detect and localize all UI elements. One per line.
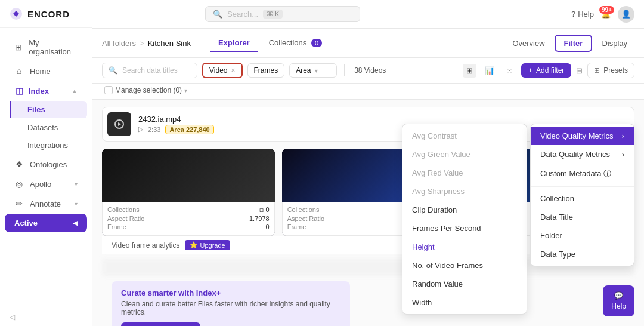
sidebar-datasets-label: Datasets <box>27 123 58 132</box>
chart-view-button[interactable]: 📊 <box>481 64 498 78</box>
sidebar-sub-index: Files Datasets Integrations <box>0 101 92 154</box>
sidebar-item-apollo[interactable]: ◎ Apollo ▾ <box>5 174 87 193</box>
dropdown-avg-green[interactable]: Avg Green Value <box>402 145 527 164</box>
search-placeholder: Search... <box>227 10 258 19</box>
collections-label-2: Collections <box>287 206 320 214</box>
sidebar-item-ontologies[interactable]: ❖ Ontologies <box>5 155 87 174</box>
dropdown-avg-contrast[interactable]: Avg Contrast <box>402 127 527 145</box>
sidebar-item-org[interactable]: ⊞ My organisation <box>5 33 87 61</box>
manage-selection-button[interactable]: Manage selection (0) ▾ <box>102 86 190 94</box>
apollo-icon: ◎ <box>14 179 24 189</box>
help-button[interactable]: ? Help <box>571 10 594 19</box>
breadcrumb: All folders > Kitchen Sink <box>102 39 191 48</box>
dropdown-data-title[interactable]: Data Title <box>531 208 634 226</box>
sidebar-item-datasets[interactable]: Datasets <box>10 119 87 136</box>
overview-button[interactable]: Overview <box>505 35 552 51</box>
dropdown-divider <box>531 186 634 187</box>
index-icon: ◫ <box>14 86 24 96</box>
toolbar-right: ⊞ 📊 ⁙ + Add filter ⊟ ⊞ Presets <box>463 63 634 78</box>
sidebar-item-active[interactable]: Active ◀ <box>5 214 87 232</box>
manage-checkbox[interactable] <box>104 86 113 94</box>
sidebar-item-index[interactable]: ◫ Index ▲ <box>5 81 87 100</box>
dropdown-fps[interactable]: Frames Per Second <box>402 219 527 238</box>
collapse-sidebar[interactable]: ◁ <box>0 308 92 326</box>
folder-label: Folder <box>540 231 562 240</box>
data-title-label: Data Title <box>540 213 573 222</box>
area-filter[interactable]: Area ▾ <box>289 63 337 78</box>
content-area: 2432.ia.mp4 ▷ 2:33 Area 227,840 <box>92 100 644 326</box>
avg-contrast-label: Avg Contrast <box>412 131 457 140</box>
sidebar: ENCORD ⊞ My organisation ⌂ Home ◫ Index … <box>0 0 92 326</box>
help-float-button[interactable]: 💬 Help <box>603 285 634 316</box>
upgrade-card: Curate smarter with Index+ Clean and cur… <box>112 281 350 326</box>
fps-label: Frames Per Second <box>412 224 481 233</box>
scatter-view-button[interactable]: ⁙ <box>503 64 516 78</box>
add-filter-plus: + <box>528 66 532 75</box>
grid-view-button[interactable]: ⊞ <box>463 64 476 78</box>
dropdown-video-quality[interactable]: Video Quality Metrics › <box>531 127 634 145</box>
org-icon: ⊞ <box>14 42 23 52</box>
dropdown-height[interactable]: Height <box>402 238 527 256</box>
filter-icon[interactable]: ⊟ <box>576 66 583 75</box>
dropdown-folder[interactable]: Folder <box>531 226 634 245</box>
sidebar-item-annotate[interactable]: ✏ Annotate ▾ <box>5 194 87 213</box>
search-data-titles[interactable]: 🔍 Search data titles <box>102 63 197 78</box>
dropdown-avg-sharpness[interactable]: Avg Sharpness <box>402 182 527 201</box>
dropdown-clip-duration[interactable]: Clip Duration <box>402 201 527 219</box>
add-filter-button[interactable]: + Add filter <box>521 63 571 78</box>
user-avatar[interactable]: 👤 <box>618 6 634 23</box>
global-search[interactable]: 🔍 Search... ⌘ K <box>205 6 360 22</box>
collections-icon-1: ⧉ <box>259 206 264 213</box>
filter-button[interactable]: Filter <box>555 35 593 52</box>
breadcrumb-root[interactable]: All folders <box>102 39 136 48</box>
sidebar-integrations-label: Integrations <box>27 141 68 150</box>
ar-label-2: Aspect Ratio <box>287 215 324 222</box>
dropdown-avg-red[interactable]: Avg Red Value <box>402 164 527 182</box>
topbar: 🔍 Search... ⌘ K ? Help 🔔 99+ 👤 <box>92 0 644 29</box>
category-dropdown: Video Quality Metrics › Data Quality Met… <box>530 124 634 266</box>
sidebar-item-files[interactable]: Files <box>10 101 87 118</box>
help-label: Help <box>578 10 594 19</box>
collections-badge: 0 <box>311 39 322 47</box>
display-button[interactable]: Display <box>595 35 634 51</box>
logo-text: ENCORD <box>27 9 70 19</box>
frames-filter-label: Frames <box>254 66 278 75</box>
dropdown-num-frames[interactable]: No. of Video Frames <box>402 256 527 275</box>
video-filter-chip[interactable]: Video × <box>202 63 243 78</box>
data-quality-label: Data Quality Metrics <box>540 150 610 159</box>
dropdown-collection[interactable]: Collection <box>531 189 634 208</box>
search-shortcut: ⌘ K <box>263 10 283 19</box>
file-name: 2432.ia.mp4 <box>138 115 629 124</box>
tab-collections-label: Collections <box>269 38 307 47</box>
tab-explorer[interactable]: Explorer <box>210 35 258 52</box>
dropdown-custom-meta[interactable]: Custom Metadata ⓘ <box>531 164 634 184</box>
grid-item-1[interactable]: Collections ⧉ 0 Aspect Ratio 1.7978 <box>102 149 275 236</box>
help-icon: ? <box>571 10 575 19</box>
upgrade-badge[interactable]: ⭐ Upgrade <box>185 240 230 250</box>
dropdown-data-quality[interactable]: Data Quality Metrics › <box>531 145 634 164</box>
custom-meta-label: Custom Metadata ⓘ <box>540 168 611 179</box>
upgrade-card-button[interactable]: Upgrade to Index+ <box>121 322 200 326</box>
analytics-label: Video frame analytics <box>112 241 180 250</box>
video-chip-close[interactable]: × <box>231 66 235 75</box>
breadcrumb-sep: > <box>140 39 144 48</box>
ontologies-icon: ❖ <box>14 159 24 169</box>
toolbar-separator <box>344 64 345 76</box>
sidebar-item-home[interactable]: ⌂ Home <box>5 61 87 81</box>
video-count: 38 Videos <box>354 66 386 75</box>
video-filter-label: Video <box>209 66 227 75</box>
notification-button[interactable]: 🔔 99+ <box>601 10 611 19</box>
sidebar-item-integrations[interactable]: Integrations <box>10 137 87 154</box>
sidebar-item-index-label: Index <box>29 87 49 96</box>
active-chevron: ◀ <box>73 220 78 226</box>
main-content: 🔍 Search... ⌘ K ? Help 🔔 99+ 👤 <box>92 0 644 326</box>
sidebar-item-ontologies-label: Ontologies <box>30 160 67 169</box>
dropdown-random-value[interactable]: Random Value <box>402 275 527 293</box>
annotate-icon: ✏ <box>14 199 24 208</box>
presets-button[interactable]: ⊞ Presets <box>587 63 634 78</box>
dropdown-data-type[interactable]: Data Type <box>531 245 634 263</box>
frames-filter-chip[interactable]: Frames <box>247 63 285 78</box>
header-actions: Overview Filter Display <box>505 35 634 52</box>
tab-collections[interactable]: Collections 0 <box>261 35 330 52</box>
dropdown-width[interactable]: Width <box>402 293 527 312</box>
